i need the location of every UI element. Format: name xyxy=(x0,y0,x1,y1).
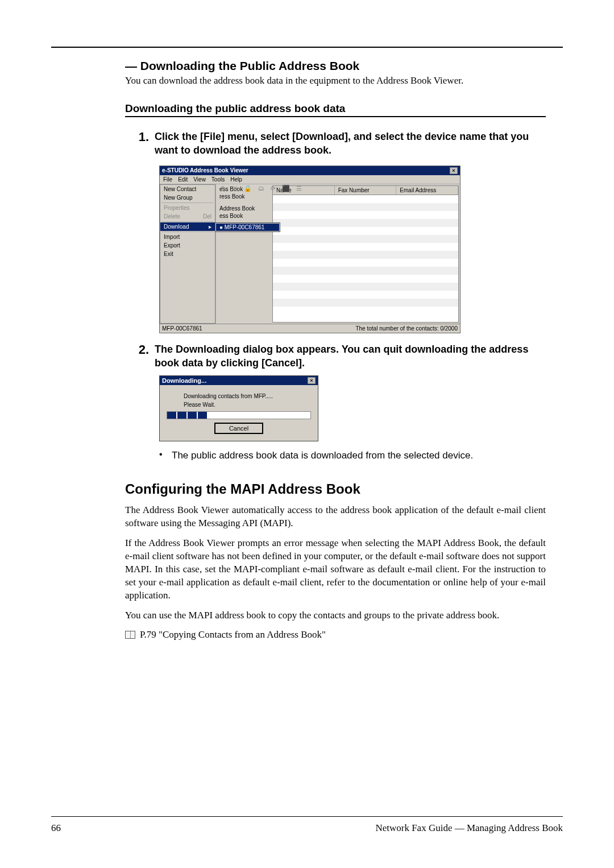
menu-item-exit[interactable]: Exit xyxy=(160,250,215,258)
menu-item-download[interactable]: Download ▸ xyxy=(160,222,215,231)
dialog-line2: Please Wait. xyxy=(184,402,311,408)
page-footer: 66 Network Fax Guide — Managing Address … xyxy=(51,816,563,834)
mapi-paragraph-1: The Address Book Viewer automatically ac… xyxy=(125,504,546,530)
tree-pane: ess Book ress Book Address Book ess Book xyxy=(215,184,272,324)
menu-file[interactable]: File xyxy=(163,176,172,183)
app-titlebar: e-STUDIO Address Book Viewer × xyxy=(160,166,460,175)
step-2-number: 2. xyxy=(135,342,155,357)
col-fax[interactable]: Fax Number xyxy=(335,186,397,195)
app-menubar: File Edit View Tools Help xyxy=(160,175,460,184)
tree-item[interactable]: ress Book xyxy=(217,193,271,200)
menu-item-download-label: Download xyxy=(164,224,189,230)
intro-text: You can download the address book data i… xyxy=(125,75,546,86)
cross-reference: P.79 "Copying Contacts from an Address B… xyxy=(125,629,546,640)
menu-edit[interactable]: Edit xyxy=(178,176,188,183)
col-email[interactable]: Email Address xyxy=(396,186,458,195)
menu-help[interactable]: Help xyxy=(230,176,242,183)
toolbar-icons[interactable]: ✎ ✕ 🔒 🗂 ⟳ ⬛ ☰ xyxy=(221,185,304,192)
subheading-download-data: Downloading the public address book data xyxy=(125,102,546,117)
chevron-right-icon: ▸ xyxy=(209,224,211,230)
progress-segment xyxy=(177,412,186,419)
cross-reference-text: P.79 "Copying Contacts from an Address B… xyxy=(140,629,326,640)
step-1-number: 1. xyxy=(135,130,155,144)
menu-separator xyxy=(161,221,214,222)
book-icon xyxy=(125,631,135,639)
downloading-dialog: Downloading... × Downloading contacts fr… xyxy=(159,375,318,441)
main-content: — Downloading the Public Address Book Yo… xyxy=(125,59,546,640)
bullet-text: The public address book data is download… xyxy=(172,449,473,462)
menu-item-new-contact[interactable]: New Contact xyxy=(160,185,215,193)
step-2-text: The Downloading dialog box appears. You … xyxy=(155,342,546,370)
app-title: e-STUDIO Address Book Viewer xyxy=(162,167,248,173)
file-menu-dropdown: New Contact New Group Properties Delete … xyxy=(160,184,215,324)
menu-separator xyxy=(161,202,214,203)
list-rows xyxy=(273,195,458,312)
menu-item-new-group[interactable]: New Group xyxy=(160,193,215,202)
heading-download-public: — Downloading the Public Address Book xyxy=(125,59,546,73)
menu-item-export[interactable]: Export xyxy=(160,241,215,250)
dialog-line1: Downloading contacts from MFP..... xyxy=(184,393,311,399)
contacts-list-pane: Name Fax Number Email Address xyxy=(272,185,459,323)
close-icon[interactable]: × xyxy=(450,167,458,174)
bullet-item: • The public address book data is downlo… xyxy=(159,449,546,462)
cancel-button[interactable]: Cancel xyxy=(214,423,263,434)
dialog-titlebar: Downloading... × xyxy=(160,376,318,385)
bullet-dot: • xyxy=(159,449,172,462)
progress-segment xyxy=(198,412,207,419)
step-1-text: Click the [File] menu, select [Download]… xyxy=(155,130,546,158)
progress-segment xyxy=(167,412,176,419)
tree-item[interactable]: Address Book xyxy=(217,205,271,212)
download-submenu: ● MFP-00C67861 xyxy=(215,222,280,232)
status-device: MFP-00C67861 xyxy=(162,325,202,332)
menu-separator xyxy=(161,232,214,232)
menu-item-delete-label: Delete xyxy=(164,213,180,220)
app-body: New Contact New Group Properties Delete … xyxy=(160,184,460,324)
step-1: 1. Click the [File] menu, select [Downlo… xyxy=(135,130,546,158)
dialog-body: Downloading contacts from MFP..... Pleas… xyxy=(160,385,318,441)
menu-item-properties: Properties xyxy=(160,204,215,212)
progress-segment xyxy=(188,412,197,419)
footer-title: Network Fax Guide — Managing Address Boo… xyxy=(375,822,563,834)
menu-view[interactable]: View xyxy=(193,176,206,183)
tree-item[interactable]: ess Book xyxy=(217,212,271,220)
step-2: 2. The Downloading dialog box appears. Y… xyxy=(135,342,546,370)
menu-item-delete-key: Del xyxy=(203,213,211,220)
dialog-title: Downloading... xyxy=(162,377,206,384)
close-icon[interactable]: × xyxy=(308,377,316,384)
mapi-paragraph-2: If the Address Book Viewer prompts an er… xyxy=(125,537,546,602)
menu-tools[interactable]: Tools xyxy=(211,176,225,183)
mapi-paragraph-3: You can use the MAPI address book to cop… xyxy=(125,609,546,622)
address-book-viewer-window: e-STUDIO Address Book Viewer × File Edit… xyxy=(159,166,460,333)
menu-item-import[interactable]: Import xyxy=(160,233,215,241)
menu-item-download-wrapper: Download ▸ ● MFP-00C67861 xyxy=(160,222,215,231)
heading-mapi: Configuring the MAPI Address Book xyxy=(125,481,546,497)
submenu-device[interactable]: ● MFP-00C67861 xyxy=(216,224,279,231)
progress-bar xyxy=(167,411,311,419)
top-rule xyxy=(51,47,563,48)
page-number: 66 xyxy=(51,822,61,834)
status-bar: MFP-00C67861 The total number of the con… xyxy=(160,324,460,333)
menu-item-delete: Delete Del xyxy=(160,212,215,221)
status-total: The total number of the contacts: 0/2000 xyxy=(355,325,458,332)
